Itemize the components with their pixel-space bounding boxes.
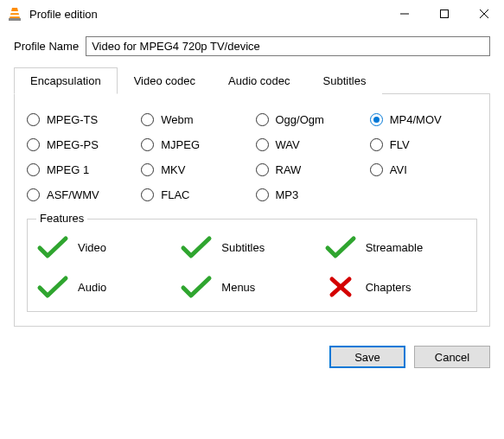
feature-subtitles: Subtitles: [180, 235, 323, 259]
radio-label: RAW: [276, 163, 302, 176]
radio-flv[interactable]: FLV: [370, 138, 477, 151]
radio-circle-icon: [370, 113, 383, 126]
cancel-button[interactable]: Cancel: [414, 346, 490, 368]
svg-rect-2: [9, 18, 21, 21]
tab-audio-codec[interactable]: Audio codec: [212, 67, 307, 94]
feature-label: Subtitles: [221, 241, 265, 254]
radio-label: MPEG-TS: [47, 113, 98, 126]
radio-ogg-ogm[interactable]: Ogg/Ogm: [256, 113, 363, 126]
profile-name-label: Profile Name: [14, 40, 79, 53]
feature-label: Audio: [78, 281, 106, 294]
radio-label: MJPEG: [161, 138, 200, 151]
feature-video: Video: [36, 235, 180, 259]
radio-circle-icon: [256, 188, 269, 201]
radio-circle-icon: [370, 138, 383, 151]
cross-icon: [324, 275, 357, 299]
radio-label: MP4/MOV: [390, 113, 442, 126]
radio-flac[interactable]: FLAC: [141, 188, 248, 201]
radio-asf-wmv[interactable]: ASF/WMV: [27, 188, 134, 201]
feature-audio: Audio: [36, 275, 180, 299]
radio-label: MP3: [276, 188, 299, 201]
radio-mp4-mov[interactable]: MP4/MOV: [370, 113, 477, 126]
radio-mjpeg[interactable]: MJPEG: [141, 138, 248, 151]
tab-video-codec[interactable]: Video codec: [118, 67, 212, 94]
svg-rect-0: [10, 11, 19, 13]
tab-subtitles[interactable]: Subtitles: [307, 67, 383, 94]
radio-circle-icon: [256, 138, 269, 151]
feature-label: Menus: [221, 281, 255, 294]
tab-bar: EncapsulationVideo codecAudio codecSubti…: [14, 67, 490, 94]
window-title: Profile edition: [29, 8, 385, 21]
close-button[interactable]: [464, 0, 504, 28]
radio-circle-icon: [27, 163, 40, 176]
radio-circle-icon: [141, 188, 154, 201]
radio-mp3[interactable]: MP3: [256, 188, 363, 201]
tab-encapsulation[interactable]: Encapsulation: [14, 67, 118, 94]
minimize-button[interactable]: [385, 0, 424, 28]
radio-mpeg-ps[interactable]: MPEG-PS: [27, 138, 134, 151]
save-button[interactable]: Save: [329, 346, 405, 368]
radio-label: ASF/WMV: [47, 188, 99, 201]
feature-label: Chapters: [366, 281, 411, 294]
radio-label: MKV: [161, 163, 185, 176]
radio-mpeg-ts[interactable]: MPEG-TS: [27, 113, 134, 126]
radio-webm[interactable]: Webm: [141, 113, 248, 126]
check-icon: [36, 275, 69, 299]
radio-circle-icon: [27, 138, 40, 151]
radio-mkv[interactable]: MKV: [141, 163, 248, 176]
radio-label: Webm: [161, 113, 193, 126]
tab-panel-encapsulation: MPEG-TSWebmOgg/OgmMP4/MOVMPEG-PSMJPEGWAV…: [14, 94, 490, 327]
radio-label: Ogg/Ogm: [276, 113, 324, 126]
radio-label: WAV: [276, 138, 300, 151]
feature-label: Video: [78, 241, 106, 254]
radio-circle-icon: [141, 138, 154, 151]
radio-label: MPEG 1: [47, 163, 89, 176]
radio-label: FLV: [390, 138, 410, 151]
radio-circle-icon: [256, 163, 269, 176]
features-legend: Features: [36, 212, 87, 225]
radio-circle-icon: [141, 113, 154, 126]
svg-rect-1: [10, 15, 20, 16]
feature-label: Streamable: [366, 241, 423, 254]
vlc-icon: [7, 6, 22, 22]
radio-circle-icon: [141, 163, 154, 176]
profile-name-input[interactable]: [86, 36, 490, 56]
radio-circle-icon: [27, 113, 40, 126]
feature-streamable: Streamable: [324, 235, 468, 259]
svg-rect-4: [441, 10, 449, 18]
radio-label: FLAC: [161, 188, 189, 201]
features-group: Features VideoSubtitlesStreamableAudioMe…: [27, 219, 477, 312]
check-icon: [180, 235, 213, 259]
check-icon: [324, 235, 357, 259]
radio-circle-icon: [370, 163, 383, 176]
radio-wav[interactable]: WAV: [256, 138, 363, 151]
radio-mpeg-1[interactable]: MPEG 1: [27, 163, 134, 176]
feature-chapters: Chapters: [324, 275, 468, 299]
titlebar: Profile edition: [0, 0, 504, 28]
check-icon: [180, 275, 213, 299]
maximize-button[interactable]: [424, 0, 464, 28]
feature-menus: Menus: [180, 275, 323, 299]
radio-avi[interactable]: AVI: [370, 163, 477, 176]
radio-label: MPEG-PS: [47, 138, 99, 151]
radio-circle-icon: [256, 113, 269, 126]
check-icon: [36, 235, 69, 259]
radio-label: AVI: [390, 163, 407, 176]
radio-circle-icon: [27, 188, 40, 201]
radio-raw[interactable]: RAW: [256, 163, 363, 176]
